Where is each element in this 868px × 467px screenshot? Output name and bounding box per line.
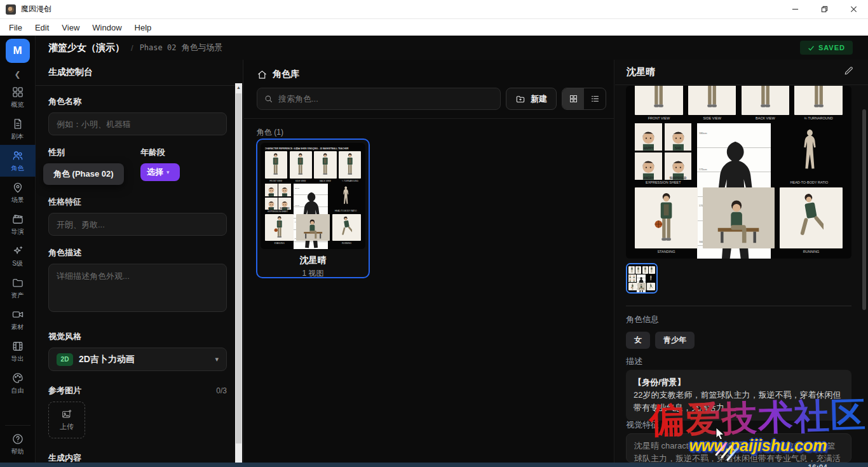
app-logo[interactable]: M bbox=[6, 39, 30, 63]
age-label: 年龄段 bbox=[140, 147, 217, 158]
sheet-part: 180cm175cm170cm160cm150cmHEIGHT CHART bbox=[294, 184, 328, 212]
sheet-part: FRONT VIEW bbox=[265, 151, 287, 182]
menu-file[interactable]: File bbox=[9, 23, 22, 32]
personality-input[interactable] bbox=[48, 213, 227, 236]
sheet-part: STANDING bbox=[635, 250, 698, 254]
character-card[interactable]: CHARACTER REFERENCE: 沈星晴 SHEN XINGQING -… bbox=[256, 139, 370, 278]
sidebar-item-help[interactable]: 帮助 bbox=[0, 428, 36, 463]
sidebar-item-overview[interactable]: 概览 bbox=[0, 81, 36, 113]
sheet-part bbox=[642, 266, 649, 274]
view-toggle bbox=[562, 88, 606, 110]
sheet-part: HAPPY SAD ANGRY SURPRISED bbox=[635, 123, 691, 179]
sidebar-item-assets[interactable]: 资产 bbox=[0, 272, 36, 304]
sheet-part bbox=[688, 86, 736, 115]
character-sheet-image[interactable]: CHARACTER REFERENCE: 沈星晴 SHEN XINGQING -… bbox=[626, 86, 851, 259]
nav-rail: M ❮ 概览 剧本 角色 场景 导演 S级 资产 bbox=[0, 36, 36, 463]
scrollbar-thumb[interactable] bbox=[236, 93, 241, 443]
sheet-part: 180cm bbox=[699, 132, 707, 135]
sheet-part: HAPPY bbox=[265, 194, 278, 196]
search-input[interactable] bbox=[278, 94, 494, 104]
sheet-part bbox=[296, 214, 330, 241]
sparkle-icon bbox=[11, 245, 24, 257]
clapperboard-icon bbox=[11, 213, 24, 226]
sheet-part bbox=[631, 283, 634, 290]
sheet-part: FRONT VIEW bbox=[635, 86, 683, 120]
visual-style-select[interactable]: 2D 2D吉卜力动画 ▾ bbox=[48, 348, 227, 371]
new-character-button[interactable]: 新建 bbox=[506, 88, 557, 110]
detail-scrollbar-thumb[interactable] bbox=[862, 109, 866, 310]
age-select[interactable]: 选择 ▾ bbox=[140, 163, 180, 181]
close-button[interactable] bbox=[839, 0, 868, 18]
menu-window[interactable]: Window bbox=[92, 23, 121, 32]
sheet-part bbox=[628, 266, 635, 274]
console-scrollbar[interactable]: ▲ bbox=[235, 83, 242, 463]
sheet-part: 180cm bbox=[294, 187, 299, 189]
sheet-part bbox=[742, 86, 790, 115]
sidebar-item-director[interactable]: 导演 bbox=[0, 208, 36, 240]
grid-view-icon bbox=[569, 94, 578, 104]
sheet-part: SURPRISED bbox=[278, 198, 291, 210]
taskbar-edge: 16:04 bbox=[0, 463, 868, 467]
sheet-part: HAPPY SAD ANGRY SURPRISED bbox=[265, 184, 291, 209]
gender-label: 性别 bbox=[48, 147, 140, 158]
sidebar-item-characters[interactable]: 角色 bbox=[0, 145, 36, 177]
restore-button[interactable] bbox=[810, 0, 839, 18]
sidebar-item-footage[interactable]: 素材 bbox=[0, 304, 36, 335]
users-icon bbox=[11, 149, 24, 162]
sheet-part bbox=[632, 278, 635, 281]
menu-edit[interactable]: Edit bbox=[35, 23, 49, 32]
sheet-part: HEAD-TO-BODY RATIO bbox=[776, 180, 843, 184]
sheet-part: HAPPY SAD ANGRY SURPRISEDEXPRESSION SHEE… bbox=[635, 123, 843, 184]
collapse-chevron-icon[interactable]: ❮ bbox=[14, 70, 20, 79]
sheet-part: HAPPY SAD ANGRY SURPRISED bbox=[628, 274, 635, 281]
sheet-part: ¾ TURNAROUND bbox=[339, 180, 361, 182]
sheet-part bbox=[332, 214, 362, 241]
sidebar-divider bbox=[5, 425, 31, 426]
search-box[interactable] bbox=[257, 88, 501, 110]
sheet-part: 180cm175cm170cm160cm150cmHEIGHT CHART bbox=[697, 123, 771, 184]
grid-view-button[interactable] bbox=[562, 88, 584, 109]
list-view-button[interactable] bbox=[584, 88, 606, 109]
sidebar-item-s-grade[interactable]: S级 bbox=[0, 240, 36, 272]
sheet-part: FRONT VIEW SIDE VIEW BACK VIEW ¾ TURNARO… bbox=[628, 266, 654, 274]
sheet-part bbox=[330, 184, 362, 208]
minimize-button[interactable] bbox=[780, 0, 810, 18]
scroll-up-arrow[interactable]: ▲ bbox=[235, 83, 242, 91]
menu-help[interactable]: Help bbox=[135, 23, 152, 32]
sheet-part: HEAD-TO-BODY RATIO bbox=[646, 274, 654, 281]
sheet-part bbox=[632, 274, 635, 278]
upload-dropzone[interactable]: 上传 bbox=[48, 402, 85, 438]
sheet-part bbox=[635, 187, 698, 248]
sheet-part: STANDING VARIOUS ACTION POSES RUNNING bbox=[635, 187, 843, 254]
taskbar-clock: 16:04 bbox=[808, 463, 827, 467]
gender-tag: 女 bbox=[626, 332, 650, 349]
edit-button[interactable] bbox=[843, 65, 854, 79]
sheet-thumbnail[interactable]: CHARACTER REFERENCE: 沈星晴 SHEN XINGQING -… bbox=[626, 263, 658, 294]
chevron-down-icon: ▾ bbox=[215, 355, 219, 363]
phase-tooltip: 角色 (Phase 02) bbox=[43, 163, 124, 185]
info-section-label: 角色信息 bbox=[626, 314, 659, 325]
detail-divider bbox=[626, 306, 851, 306]
sheet-part: ANGRY bbox=[635, 177, 662, 180]
sidebar-item-script[interactable]: 剧本 bbox=[0, 113, 36, 145]
sidebar-item-free[interactable]: 自由 bbox=[0, 367, 36, 399]
menu-view[interactable]: View bbox=[62, 23, 79, 32]
sidebar-item-scenes[interactable]: 场景 bbox=[0, 177, 36, 208]
sheet-part bbox=[703, 187, 775, 248]
sheet-part: ANGRY bbox=[628, 278, 632, 281]
sheet-part bbox=[628, 278, 632, 281]
sheet-part: HEAD-TO-BODY RATIO bbox=[330, 184, 362, 212]
sheet-part bbox=[794, 86, 843, 115]
sheet-part bbox=[637, 266, 640, 273]
personality-label: 性格特征 bbox=[48, 196, 227, 208]
sheet-part: HEAD-TO-BODY RATIO bbox=[330, 210, 362, 212]
sheet-part: HAPPY bbox=[635, 147, 662, 150]
sheet-part: SIDE VIEW bbox=[290, 180, 312, 182]
reference-count: 0/3 bbox=[216, 386, 227, 395]
sheet-part bbox=[637, 283, 646, 290]
character-name-input[interactable] bbox=[48, 112, 227, 135]
character-description-textarea[interactable] bbox=[48, 264, 227, 312]
sheet-part bbox=[647, 283, 654, 290]
sidebar-item-export[interactable]: 导出 bbox=[0, 335, 36, 367]
sheet-part bbox=[301, 216, 325, 241]
